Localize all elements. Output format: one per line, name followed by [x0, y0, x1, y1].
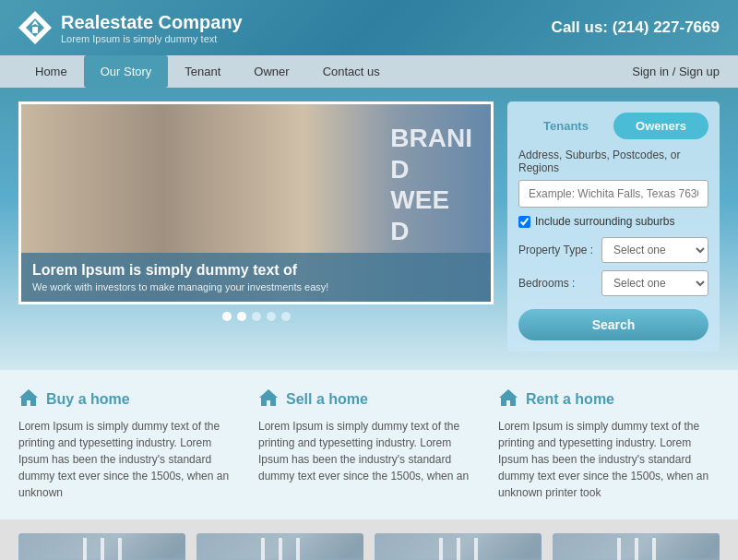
listing-4-image: [553, 533, 720, 560]
slider-dots: [18, 312, 494, 321]
listing-1-image: [18, 533, 185, 560]
brand-overlay: BRANIDWEED: [390, 123, 472, 246]
listing-1: 4605 Bayonne Court Arlington, TX 76016 🔍: [18, 533, 185, 560]
slider-subtitle: We work with investors to make managing …: [32, 281, 480, 292]
nav-item-home[interactable]: Home: [18, 55, 84, 88]
search-panel: Tenants Oweners Address, Suburbs, Postco…: [507, 101, 720, 351]
slider-area: BRANIDWEED Lorem Ipsum is simply dummy t…: [18, 101, 494, 351]
listings-section: 4605 Bayonne Court Arlington, TX 76016 🔍…: [0, 519, 738, 560]
phone-number: Call us: (214) 227-7669: [552, 18, 720, 37]
logo-icon: [18, 11, 52, 44]
dot-5[interactable]: [281, 312, 291, 321]
property-type-select[interactable]: Select one House Apartment Condo Townhou…: [601, 237, 708, 263]
svg-marker-3: [19, 389, 38, 406]
navigation: Home Our Story Tenant Owner Contact us S…: [0, 55, 738, 88]
slider-caption: Lorem Ipsum is simply dummy text of We w…: [21, 253, 491, 302]
feature-sell-title: Sell a home: [258, 388, 480, 411]
dot-3[interactable]: [252, 312, 261, 321]
feature-sell-text: Lorem Ipsum is simply dummy text of the …: [258, 418, 480, 484]
nav-items: Home Our Story Tenant Owner Contact us: [18, 55, 397, 88]
property-type-label: Property Type :: [518, 244, 601, 256]
nav-item-owner[interactable]: Owner: [237, 55, 305, 88]
feature-rent-text: Lorem Ipsum is simply dummy text of the …: [498, 418, 720, 501]
listing-3: 4605 Bayonne Court Arlington, TX 76016 🔍: [375, 533, 542, 560]
suburb-label: Include surrounding suburbs: [535, 215, 674, 228]
feature-buy-title: Buy a home: [18, 388, 240, 411]
svg-marker-4: [259, 389, 278, 406]
tab-tenants[interactable]: Tenants: [518, 113, 613, 139]
listing-2: 4605 Bayonne Court Arlington, TX 76016 🔍: [196, 533, 363, 560]
header: Realestate Company Lorem Ipsum is simply…: [0, 0, 738, 55]
feature-rent-title: Rent a home: [498, 388, 720, 411]
feature-sell: Sell a home Lorem Ipsum is simply dummy …: [258, 388, 480, 501]
company-tagline: Lorem Ipsum is simply dummy text: [61, 33, 243, 44]
listing-3-image: [375, 533, 542, 560]
feature-rent: Rent a home Lorem Ipsum is simply dummy …: [498, 388, 720, 501]
suburb-checkbox-row: Include surrounding suburbs: [518, 215, 708, 228]
features-section: Buy a home Lorem Ipsum is simply dummy t…: [0, 370, 738, 519]
suburb-checkbox[interactable]: [518, 216, 530, 228]
address-label: Address, Suburbs, Postcodes, or Regions: [518, 149, 708, 174]
tab-owners[interactable]: Oweners: [613, 113, 708, 139]
nav-item-our-story[interactable]: Our Story: [84, 55, 169, 88]
listing-4: 4605 Bayonne Court Arlington, TX 76016 🔍: [553, 533, 720, 560]
dot-1[interactable]: [222, 312, 232, 321]
house-icon-rent: [498, 388, 518, 411]
slider-title: Lorem Ipsum is simply dummy text of: [32, 262, 480, 279]
tab-row: Tenants Oweners: [518, 113, 708, 139]
nav-item-tenant[interactable]: Tenant: [168, 55, 237, 88]
bedrooms-select[interactable]: Select one 1 2 3 4 5+: [601, 270, 708, 296]
slider-image: BRANIDWEED Lorem Ipsum is simply dummy t…: [18, 101, 494, 304]
address-input[interactable]: [518, 180, 708, 208]
logo-area: Realestate Company Lorem Ipsum is simply…: [18, 11, 243, 44]
search-button[interactable]: Search: [518, 309, 708, 340]
main-content: BRANIDWEED Lorem Ipsum is simply dummy t…: [0, 88, 738, 370]
bedrooms-row: Bedrooms : Select one 1 2 3 4 5+: [518, 270, 708, 296]
svg-rect-2: [32, 27, 38, 33]
auth-links[interactable]: Sign in / Sign up: [632, 65, 720, 78]
house-icon-buy: [18, 388, 39, 411]
svg-marker-5: [499, 389, 518, 406]
company-name: Realestate Company: [61, 12, 243, 33]
feature-buy-text: Lorem Ipsum is simply dummy text of the …: [18, 418, 240, 501]
property-type-row: Property Type : Select one House Apartme…: [518, 237, 708, 263]
dot-4[interactable]: [267, 312, 276, 321]
bedrooms-label: Bedrooms :: [518, 277, 601, 290]
feature-buy: Buy a home Lorem Ipsum is simply dummy t…: [18, 388, 240, 501]
house-icon-sell: [258, 388, 279, 411]
nav-item-contact[interactable]: Contact us: [306, 55, 397, 88]
listing-2-image: [196, 533, 363, 560]
logo-text: Realestate Company Lorem Ipsum is simply…: [61, 12, 243, 44]
dot-2[interactable]: [237, 312, 246, 321]
